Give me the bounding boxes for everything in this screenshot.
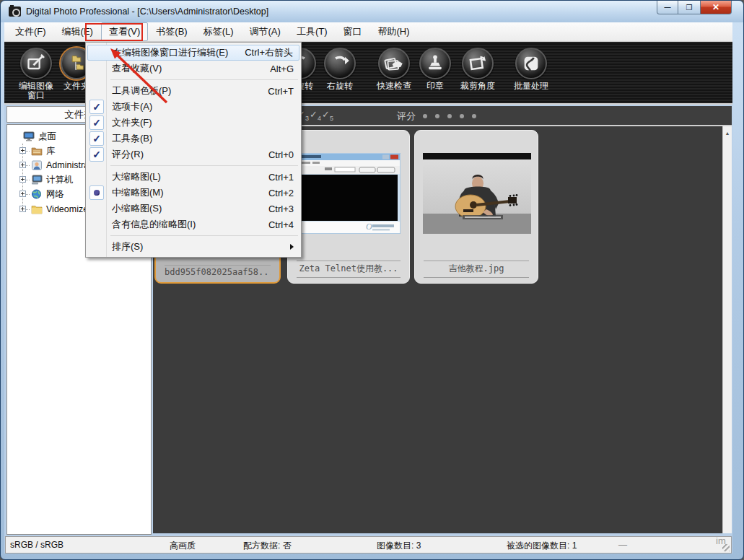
view-menu-dropdown: 在编辑图像窗口进行编辑(E) Ctrl+右箭头 查看收藏(V) Alt+G 工具… (85, 42, 302, 258)
checkmark-icon (89, 147, 104, 162)
scroll-up-icon[interactable]: ▲ (723, 128, 732, 138)
menu-separator (110, 165, 298, 166)
telnet-screenshot-image: O (297, 153, 401, 234)
network-icon (31, 189, 43, 199)
menu-item-folders[interactable]: 文件夹(F) (87, 115, 299, 131)
statusbar: sRGB / sRGB 高画质 配方数据: 否 图像数目: 3 被选的图像数目:… (5, 536, 732, 554)
menu-item-sort[interactable]: 排序(S) (87, 239, 299, 255)
thumbnail-card[interactable]: 吉他教程.jpg (414, 130, 538, 284)
menu-separator (110, 79, 298, 80)
menu-item-tool-palette[interactable]: 工具调色板(P) Ctrl+T (87, 83, 299, 99)
red-annotation-box (85, 23, 143, 41)
status-dash: — (618, 540, 627, 550)
rating-dot[interactable] (472, 114, 476, 118)
quick-check-button[interactable]: 快速检查 (371, 46, 417, 102)
app-window: Digital Photo Professional - [C:\Users\A… (0, 0, 744, 560)
window-controls (657, 1, 732, 14)
shortcut-label: Ctrl+3 (268, 204, 294, 214)
desktop-icon (23, 131, 35, 141)
tree-item-label: 桌面 (38, 131, 56, 143)
expand-toggle-computer[interactable] (19, 176, 26, 183)
shortcut-label: Alt+G (270, 64, 294, 74)
menu-item-thumbnail-with-info[interactable]: 含有信息的缩略图(I) Ctrl+4 (87, 216, 299, 232)
rating-dot[interactable] (460, 114, 464, 118)
expand-toggle-administrator[interactable] (19, 162, 26, 168)
resize-grip[interactable] (722, 544, 730, 551)
menu-item-tabs[interactable]: 选项卡(A) (87, 99, 299, 115)
shortcut-label: Ctrl+右箭头 (245, 46, 293, 59)
menu-separator (110, 235, 298, 236)
minimize-button[interactable] (657, 1, 678, 14)
menu-help[interactable]: 帮助(H) (369, 22, 417, 41)
rating-dot[interactable] (423, 114, 427, 118)
client-area: 文件(F) 编辑(E) 查看(V) 书签(B) 标签(L) 调节(A) 工具(T… (4, 22, 732, 554)
rating-dots (423, 114, 476, 118)
crop-angle-icon (468, 53, 488, 74)
user-icon (31, 160, 43, 170)
app-camera-icon (9, 6, 21, 17)
status-image-count: 图像数目: 3 (377, 540, 421, 552)
expand-toggle-videomize[interactable] (19, 206, 26, 212)
tree-item-desktop[interactable]: 桌面 (23, 129, 56, 144)
close-button[interactable] (700, 1, 732, 14)
menu-item-rating[interactable]: 评分(R) Ctrl+0 (87, 146, 299, 162)
vertical-scrollbar[interactable]: ▲ (722, 126, 732, 533)
menu-item-small-thumbnail[interactable]: 小缩略图(S) Ctrl+3 (87, 201, 299, 216)
stamp-icon (425, 53, 445, 74)
radio-dot-icon (89, 185, 104, 200)
menu-item-view-collection[interactable]: 查看收藏(V) Alt+G (87, 61, 299, 76)
menu-item-edit-in-edit-window[interactable]: 在编辑图像窗口进行编辑(E) Ctrl+右箭头 (87, 45, 299, 61)
tree-item-label: 计算机 (46, 174, 74, 186)
expand-toggle-network[interactable] (19, 191, 26, 197)
folders-icon (66, 53, 87, 74)
submenu-arrow-icon (290, 244, 294, 250)
edit-image-window-button[interactable]: 编辑图像 窗口 (15, 46, 57, 102)
window-title: Digital Photo Professional - [C:\Users\A… (26, 6, 268, 17)
menu-item-toolbar[interactable]: 工具条(B) (87, 131, 299, 146)
batch-process-button[interactable]: 批量处理 (509, 46, 553, 102)
tree-item-network[interactable]: 网络 (31, 187, 64, 201)
status-color-space: sRGB / sRGB (10, 540, 64, 550)
menu-window[interactable]: 窗口 (335, 22, 369, 41)
maximize-button[interactable] (678, 1, 700, 14)
expand-toggle-libraries[interactable] (19, 147, 26, 154)
menu-item-medium-thumbnail[interactable]: 中缩略图(M) Ctrl+2 (87, 185, 299, 201)
rotate-right-button[interactable]: 右旋转 (320, 46, 360, 102)
menu-adjust[interactable]: 调节(A) (242, 22, 289, 41)
shortcut-label: Ctrl+4 (268, 219, 294, 230)
tree-item-label: 网络 (46, 188, 64, 201)
tree-item-libraries[interactable]: 库 (31, 144, 56, 158)
crop-angle-button[interactable]: 裁剪角度 (456, 46, 499, 102)
svg-text:O: O (366, 222, 372, 232)
edit-image-window-icon (26, 53, 46, 74)
shortcut-label: Ctrl+T (268, 86, 294, 97)
quick-check-icon (384, 53, 404, 74)
computer-icon (31, 175, 43, 185)
menu-file[interactable]: 文件(F) (7, 22, 54, 41)
checkmark-icon (89, 115, 104, 130)
check-mark-4[interactable]: ✓4 (310, 109, 322, 122)
guitar-photo-image (423, 153, 531, 234)
menu-item-large-thumbnail[interactable]: 大缩略图(L) Ctrl+1 (87, 169, 299, 185)
thumbnail-filename: bdd955f082025aaf58... (165, 265, 271, 277)
thumbnail-card[interactable]: O Zeta Telnet使用教... (287, 130, 410, 284)
tree-item-videomize[interactable]: Videomize (31, 202, 88, 216)
thumbnail-filename: Zeta Telnet使用教... (297, 261, 401, 278)
folder-icon (31, 204, 43, 214)
menu-tools[interactable]: 工具(T) (289, 22, 336, 41)
check-mark-5[interactable]: ✓5 (322, 109, 334, 122)
rating-dot[interactable] (435, 114, 439, 118)
tree-item-label: 库 (46, 145, 56, 157)
menu-bookmark[interactable]: 书签(B) (148, 22, 195, 41)
menu-label[interactable]: 标签(L) (196, 22, 242, 41)
status-selected-count: 被选的图像数目: 1 (507, 540, 577, 552)
rating-label: 评分 (397, 110, 416, 123)
checkmark-icon (89, 100, 104, 114)
tree-item-label: Videomize (46, 204, 88, 214)
rating-dot[interactable] (447, 114, 452, 118)
tree-item-computer[interactable]: 计算机 (31, 172, 74, 187)
shortcut-label: Ctrl+2 (268, 188, 294, 198)
shortcut-label: Ctrl+0 (268, 149, 294, 160)
stamp-button[interactable]: 印章 (415, 46, 455, 102)
titlebar: Digital Photo Professional - [C:\Users\A… (1, 1, 743, 22)
